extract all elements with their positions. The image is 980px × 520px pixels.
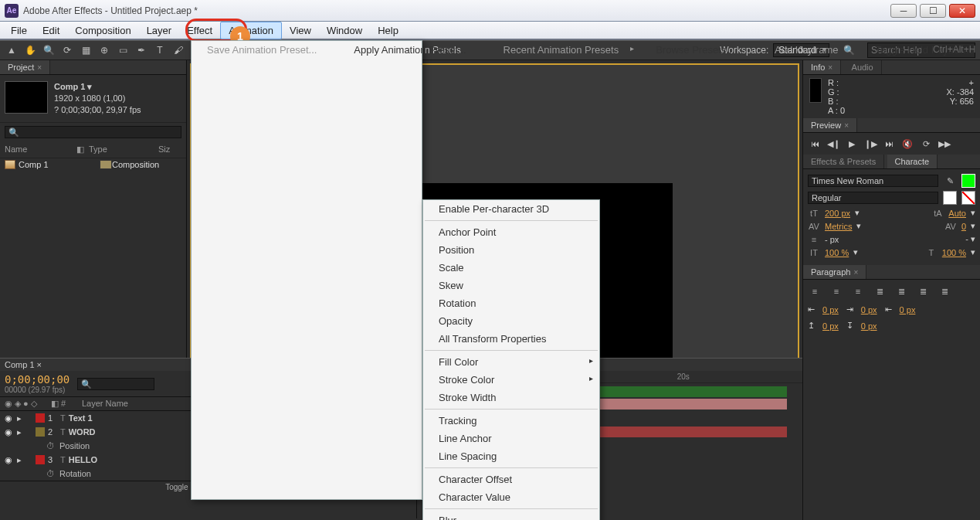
visibility-icon[interactable]: ◉: [5, 413, 12, 423]
project-search[interactable]: [5, 126, 181, 138]
project-row-comp1[interactable]: Comp 1 Composition: [0, 158, 186, 171]
layer-color-swatch[interactable]: [36, 427, 45, 437]
submenu-item[interactable]: Fill Color▸: [423, 353, 599, 371]
close-button[interactable]: ✕: [949, 4, 975, 18]
submenu-item[interactable]: Character Value: [423, 488, 599, 506]
animation-menu: Save Animation Preset...Apply Animation …: [191, 40, 422, 500]
comp-duration: ? 0;00;30;00, 29,97 fps: [54, 104, 141, 116]
stopwatch-icon[interactable]: ⏱: [46, 441, 55, 450]
tag-col: ◧ #: [51, 399, 82, 409]
submenu-item[interactable]: Opacity: [423, 312, 599, 330]
composition-icon: [5, 160, 15, 169]
row-tag-swatch: [100, 160, 112, 169]
col-type[interactable]: Type: [89, 144, 158, 155]
comp-name[interactable]: Comp 1 ▾: [54, 81, 141, 93]
menu-effect[interactable]: Effect: [179, 22, 220, 39]
text-layer-icon: T: [60, 455, 66, 464]
menu-view[interactable]: View: [282, 22, 319, 39]
camera-tool-icon[interactable]: ▦: [79, 43, 93, 57]
menu-edit[interactable]: Edit: [35, 22, 67, 39]
menu-item: Add Keyframe: [759, 41, 860, 499]
submenu-item[interactable]: Tracking: [423, 412, 599, 430]
submenu-item[interactable]: Enable Per-character 3D: [423, 200, 599, 218]
maximize-button[interactable]: ☐: [920, 4, 946, 18]
menu-bar: File Edit Composition Layer Effect Anima…: [0, 22, 980, 40]
menu-item[interactable]: Toggle Hold KeyframeCtrl+Alt+H: [860, 41, 980, 499]
menu-animation[interactable]: Animation: [220, 22, 282, 39]
submenu-item[interactable]: Character Offset: [423, 471, 599, 488]
av-col: ◉ ◈ ● ◇: [5, 399, 51, 409]
frame-count: 00000 (29.97 fps): [5, 386, 71, 394]
submenu-item[interactable]: Anchor Point: [423, 223, 599, 241]
anchor-tool-icon[interactable]: ⊕: [97, 43, 111, 57]
menu-window[interactable]: Window: [319, 22, 370, 39]
brush-tool-icon[interactable]: 🖌: [171, 43, 185, 57]
menu-help[interactable]: Help: [370, 22, 406, 39]
layer-color-swatch[interactable]: [36, 413, 45, 423]
menu-file[interactable]: File: [3, 22, 35, 39]
app-logo: [5, 4, 19, 18]
layer-color-swatch[interactable]: [36, 455, 45, 464]
minimize-button[interactable]: ─: [890, 4, 917, 18]
stopwatch-icon[interactable]: ⏱: [46, 469, 55, 478]
comp-dims: 1920 x 1080 (1,00): [54, 93, 141, 104]
menu-item: Save Animation Preset...: [192, 41, 338, 499]
pen-tool-icon[interactable]: ✒: [134, 43, 148, 57]
submenu-item[interactable]: Scale: [423, 259, 599, 277]
submenu-item[interactable]: Line Spacing: [423, 447, 599, 465]
title-bar: Adobe After Effects - Untitled Project.a…: [0, 0, 980, 22]
visibility-icon[interactable]: ◉: [5, 427, 12, 437]
menu-composition[interactable]: Composition: [67, 22, 138, 39]
menu-layer[interactable]: Layer: [139, 22, 180, 39]
zoom-tool-icon[interactable]: 🔍: [42, 43, 56, 57]
row-type: Composition: [112, 160, 181, 169]
text-layer-icon: T: [60, 413, 66, 423]
row-name: Comp 1: [19, 160, 100, 169]
comp-thumbnail: [5, 81, 48, 114]
submenu-item[interactable]: Skew: [423, 277, 599, 294]
col-size[interactable]: Siz: [158, 144, 181, 155]
timeline-tab[interactable]: Comp 1 ×: [5, 360, 42, 369]
menu-item[interactable]: Browse Presets...: [640, 41, 756, 499]
animate-text-submenu: Enable Per-character 3DAnchor PointPosit…: [422, 199, 600, 520]
submenu-item[interactable]: All Transform Properties: [423, 330, 599, 348]
rotate-tool-icon[interactable]: ⟳: [60, 43, 74, 57]
project-tab[interactable]: Project×: [0, 60, 50, 74]
submenu-item[interactable]: Stroke Width: [423, 389, 599, 406]
timecode[interactable]: 0;00;00;00: [5, 373, 70, 386]
selection-tool-icon[interactable]: ▲: [5, 43, 19, 57]
submenu-item[interactable]: Line Anchor: [423, 430, 599, 447]
layer-name-col[interactable]: Layer Name: [82, 399, 128, 409]
submenu-item[interactable]: Stroke Color▸: [423, 371, 599, 389]
text-layer-icon: T: [60, 427, 66, 437]
timeline-search[interactable]: [77, 378, 154, 390]
visibility-icon[interactable]: ◉: [5, 455, 12, 465]
col-name[interactable]: Name: [5, 144, 76, 155]
submenu-item[interactable]: Blur: [423, 512, 599, 520]
window-title: Adobe After Effects - Untitled Project.a…: [23, 5, 890, 16]
hand-tool-icon[interactable]: ✋: [23, 43, 37, 57]
shape-tool-icon[interactable]: ▭: [116, 43, 130, 57]
submenu-item[interactable]: Rotation: [423, 294, 599, 312]
col-tag-icon[interactable]: ◧: [76, 144, 89, 155]
submenu-item[interactable]: Position: [423, 241, 599, 259]
text-tool-icon[interactable]: T: [153, 43, 167, 57]
